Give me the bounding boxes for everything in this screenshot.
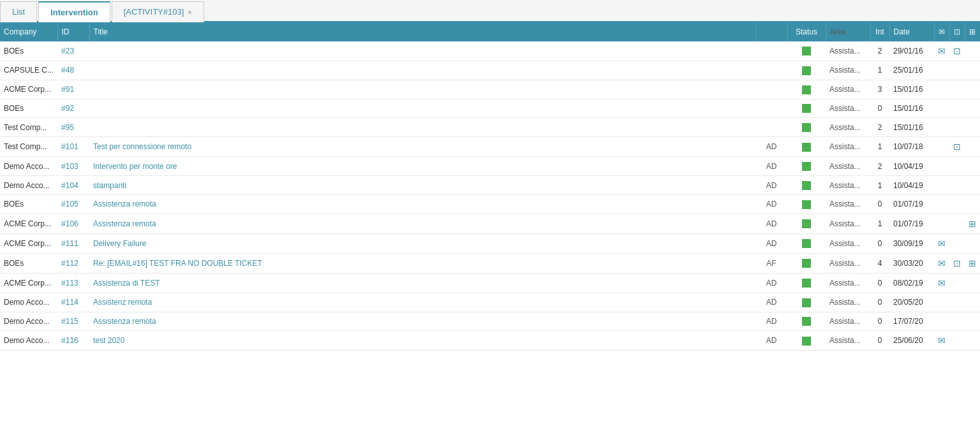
cell-box-icon [949, 331, 965, 351]
tab-list[interactable]: List [0, 1, 37, 22]
cell-box-icon [949, 293, 965, 312]
cell-date: 15/01/16 [889, 99, 934, 118]
table-row[interactable]: Demo Acco...#116test 2020ADAssista...025… [0, 331, 980, 351]
cell-company: BOEs [0, 41, 57, 61]
table-row[interactable]: ACME Corp...#113Assistenza di TESTADAssi… [0, 273, 980, 293]
cell-grid-icon [965, 331, 980, 351]
cell-email-icon[interactable]: ✉ [934, 41, 949, 61]
cell-email-icon [934, 176, 949, 195]
cell-box-icon [949, 312, 965, 331]
table-row[interactable]: BOEs#105Assistenza remotaADAssista...001… [0, 194, 980, 214]
cell-grid-icon [965, 194, 980, 214]
table-row[interactable]: BOEs#23Assista...229/01/16✉⊡ [0, 41, 980, 61]
cell-email-icon[interactable]: ✉ [934, 273, 949, 293]
cell-area: Assista... [826, 214, 870, 233]
cell-status [787, 118, 826, 137]
cell-company: Test Comp... [0, 137, 57, 157]
cell-area: Assista... [826, 273, 870, 293]
cell-assignee [755, 61, 787, 80]
cell-area: Assista... [826, 176, 870, 195]
cell-int: 0 [870, 331, 889, 351]
cell-id: #114 [57, 293, 89, 312]
cell-grid-icon[interactable]: ⊞ [965, 253, 980, 273]
cell-status [787, 273, 826, 293]
table-row[interactable]: CAPSULE C...#48Assista...125/01/16 [0, 61, 980, 80]
cell-email-icon[interactable]: ✉ [934, 331, 949, 351]
status-badge [802, 239, 811, 248]
cell-int: 0 [870, 194, 889, 214]
cell-assignee: AD [755, 214, 787, 233]
cell-box-icon[interactable]: ⊡ [949, 137, 965, 157]
cell-email-icon [934, 312, 949, 331]
cell-assignee: AF [755, 253, 787, 273]
cell-email-icon[interactable]: ✉ [934, 233, 949, 253]
cell-date: 20/05/20 [889, 293, 934, 312]
cell-box-icon [949, 194, 965, 214]
col-header-icon3[interactable]: ⊞ [965, 22, 980, 41]
cell-grid-icon [965, 312, 980, 331]
table-row[interactable]: BOEs#112Re: [EMAIL#16] TEST FRA NO DOUBL… [0, 253, 980, 273]
status-badge [802, 219, 811, 228]
cell-id: #113 [57, 273, 89, 293]
cell-status [787, 61, 826, 80]
col-header-int[interactable]: Int [870, 22, 889, 41]
cell-int: 0 [870, 312, 889, 331]
col-header-area[interactable]: Area [826, 22, 870, 41]
cell-int: 0 [870, 233, 889, 253]
col-header-date[interactable]: Date [889, 22, 934, 41]
table-row[interactable]: Demo Acco...#114Assistenz remotaADAssist… [0, 293, 980, 312]
status-badge [802, 337, 811, 346]
cell-email-icon [934, 194, 949, 214]
cell-box-icon[interactable]: ⊡ [949, 253, 965, 273]
cell-company: CAPSULE C... [0, 61, 57, 80]
table-row[interactable]: BOEs#92Assista...015/01/16 [0, 99, 980, 118]
cell-area: Assista... [826, 253, 870, 273]
cell-status [787, 41, 826, 61]
cell-id: #112 [57, 253, 89, 273]
col-header-company[interactable]: Company [0, 22, 57, 41]
table-row[interactable]: ACME Corp...#111Delivery FailureADAssist… [0, 233, 980, 253]
table-row[interactable]: Demo Acco...#115Assistenza remotaADAssis… [0, 312, 980, 331]
table-row[interactable]: Test Comp...#101Test per connessione rem… [0, 137, 980, 157]
cell-title: Test per connessione remoto [89, 137, 755, 157]
col-header-icon2[interactable]: ⊡ [949, 22, 965, 41]
col-header-title[interactable]: Title [89, 22, 755, 41]
status-badge [802, 47, 811, 55]
table-row[interactable]: Test Comp...#95Assista...215/01/16 [0, 118, 980, 137]
table-row[interactable]: ACME Corp...#106Assistenza remotaADAssis… [0, 214, 980, 233]
col-header-status[interactable]: Status [787, 22, 826, 41]
cell-title [89, 61, 755, 80]
cell-company: Test Comp... [0, 118, 57, 137]
tab-intervention[interactable]: Intervention [38, 1, 110, 22]
close-tab-icon[interactable]: × [188, 8, 191, 16]
cell-email-icon [934, 157, 949, 176]
cell-int: 0 [870, 99, 889, 118]
cell-box-icon[interactable]: ⊡ [949, 41, 965, 61]
cell-company: ACME Corp... [0, 214, 57, 233]
cell-area: Assista... [826, 61, 870, 80]
table-row[interactable]: ACME Corp...#91Assista...315/01/16 [0, 80, 980, 99]
cell-id: #95 [57, 118, 89, 137]
col-header-assignee[interactable] [755, 22, 787, 41]
status-badge [802, 181, 811, 190]
cell-title [89, 118, 755, 137]
cell-date: 30/03/20 [889, 253, 934, 273]
cell-date: 25/01/16 [889, 61, 934, 80]
table-row[interactable]: Demo Acco...#103Intervento per monte ore… [0, 157, 980, 176]
cell-email-icon[interactable]: ✉ [934, 253, 949, 273]
tab-activity103[interactable]: [ACTIVITY#103]× [112, 1, 204, 22]
cell-title: Assistenza remota [89, 194, 755, 214]
table-row[interactable]: Demo Acco...#104stampantiADAssista...110… [0, 176, 980, 195]
cell-id: #111 [57, 233, 89, 253]
status-badge [802, 317, 811, 326]
cell-grid-icon[interactable]: ⊞ [965, 214, 980, 233]
cell-box-icon [949, 61, 965, 80]
cell-area: Assista... [826, 41, 870, 61]
cell-assignee [755, 41, 787, 61]
cell-date: 15/01/16 [889, 118, 934, 137]
col-header-id[interactable]: ID [57, 22, 89, 41]
col-header-icon1[interactable]: ✉ [934, 22, 949, 41]
cell-title: Assistenz remota [89, 293, 755, 312]
cell-assignee: AD [755, 176, 787, 195]
cell-assignee: AD [755, 194, 787, 214]
